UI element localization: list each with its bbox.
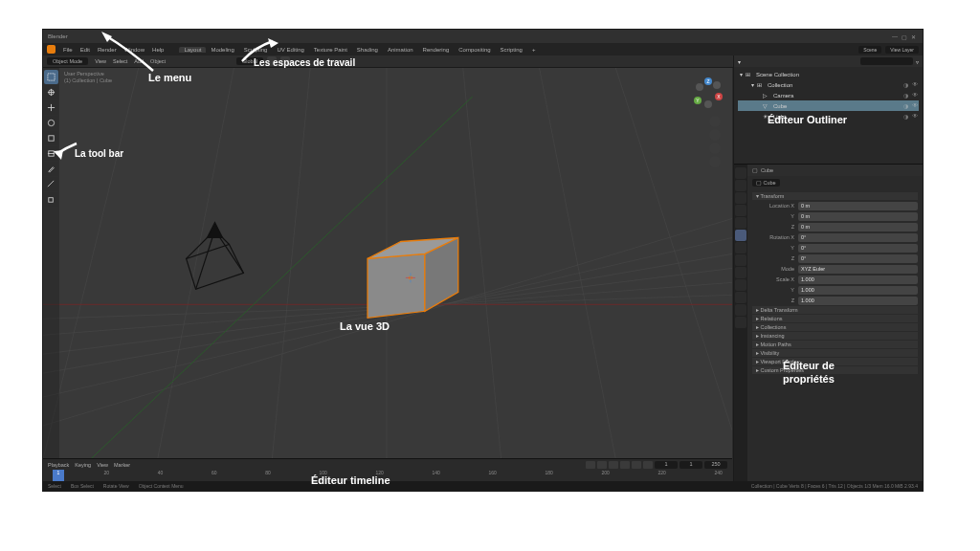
minimize-button[interactable]: — — [892, 33, 899, 40]
render-tab-icon[interactable] — [735, 167, 746, 179]
annotate-tool[interactable] — [44, 162, 58, 176]
timeline-keying-menu[interactable]: Keying — [75, 462, 91, 468]
svg-point-31 — [48, 120, 54, 125]
tab-animation[interactable]: Animation — [383, 47, 418, 53]
outliner-search-input[interactable] — [860, 57, 913, 65]
tab-add[interactable]: + — [527, 47, 541, 53]
scale-tool[interactable] — [44, 131, 58, 145]
data-tab-icon[interactable] — [735, 292, 746, 303]
select-tool[interactable] — [44, 70, 58, 84]
outliner-filter-icon[interactable]: ▿ — [916, 58, 919, 65]
timeline-view-menu[interactable]: View — [97, 462, 108, 468]
view-menu[interactable]: View — [95, 58, 106, 64]
location-y-field[interactable]: 0 m — [798, 212, 918, 221]
tab-shading[interactable]: Shading — [352, 47, 383, 53]
material-tab-icon[interactable] — [735, 304, 746, 316]
play-reverse-icon[interactable] — [609, 461, 618, 469]
timeline-playback-menu[interactable]: Playback — [48, 462, 69, 468]
tab-rendering[interactable]: Rendering — [418, 47, 455, 53]
add-menu[interactable]: Add — [134, 58, 144, 64]
panel-relations[interactable]: ▸ Relations — [752, 315, 918, 322]
snap-icon[interactable] — [267, 56, 277, 66]
menu-render[interactable]: Render — [98, 47, 117, 53]
rotation-mode-field[interactable]: XYZ Euler — [798, 265, 918, 274]
cursor-tool[interactable] — [44, 85, 58, 99]
rotation-y-field[interactable]: 0° — [798, 244, 918, 253]
select-menu[interactable]: Select — [113, 58, 127, 64]
scale-z-field[interactable]: 1.000 — [798, 297, 918, 305]
menu-file[interactable]: File — [63, 47, 73, 53]
menu-edit[interactable]: Edit — [80, 47, 90, 53]
particles-tab-icon[interactable] — [735, 254, 746, 266]
measure-tool[interactable] — [44, 177, 58, 191]
viewlayer-selector[interactable]: View Layer — [885, 46, 919, 54]
tree-cube[interactable]: ▽ Cube ◑👁 — [738, 100, 919, 111]
move-tool[interactable] — [44, 100, 58, 115]
location-z-field[interactable]: 0 m — [798, 223, 918, 231]
panel-collections[interactable]: ▸ Collections — [752, 323, 918, 331]
outliner-mode-icon[interactable]: ▾ — [738, 58, 741, 65]
play-icon[interactable] — [620, 461, 630, 469]
mode-selector[interactable]: Object Mode — [47, 57, 88, 65]
orientation-selector[interactable]: Global — [236, 57, 263, 65]
perspective-toggle-icon[interactable] — [709, 156, 721, 167]
menu-help[interactable]: Help — [152, 47, 164, 53]
close-button[interactable]: ✕ — [911, 33, 918, 40]
navigation-gizmo[interactable]: X Y Z — [690, 76, 724, 110]
tree-collection[interactable]: ▾⊞ Collection ◑👁 — [738, 79, 919, 90]
rotation-z-field[interactable]: 0° — [798, 254, 918, 263]
props-breadcrumb[interactable]: ▢ Cube — [752, 179, 780, 187]
panel-visibility[interactable]: ▸ Visibility — [752, 349, 918, 357]
texture-tab-icon[interactable] — [735, 317, 746, 328]
zoom-icon[interactable] — [709, 116, 721, 127]
tab-texture[interactable]: Texture Paint — [309, 47, 352, 53]
end-frame-field[interactable]: 250 — [704, 461, 727, 469]
next-keyframe-icon[interactable] — [632, 461, 641, 469]
tab-sculpting[interactable]: Sculpting — [239, 47, 273, 53]
current-frame-field[interactable]: 1 — [655, 461, 678, 469]
jump-start-icon[interactable] — [586, 461, 595, 469]
prev-keyframe-icon[interactable] — [597, 461, 607, 469]
world-tab-icon[interactable] — [735, 217, 746, 229]
output-tab-icon[interactable] — [735, 180, 746, 191]
timeline-marker-menu[interactable]: Marker — [114, 462, 130, 468]
tab-scripting[interactable]: Scripting — [496, 47, 527, 53]
proportional-icon[interactable] — [280, 56, 290, 66]
scale-x-field[interactable]: 1.000 — [798, 276, 918, 284]
rotate-tool[interactable] — [44, 116, 58, 130]
transform-panel-header[interactable]: ▾ Transform — [752, 192, 918, 200]
panel-delta[interactable]: ▸ Delta Transform — [752, 306, 918, 314]
jump-end-icon[interactable] — [643, 461, 653, 469]
scene-tab-icon[interactable] — [735, 205, 746, 216]
panel-custom[interactable]: ▸ Custom Properties — [752, 366, 918, 374]
panel-instancing[interactable]: ▸ Instancing — [752, 332, 918, 340]
object-tab-icon[interactable] — [735, 230, 746, 241]
start-frame-field[interactable]: 1 — [679, 461, 702, 469]
scale-y-field[interactable]: 1.000 — [798, 286, 918, 295]
modifiers-tab-icon[interactable] — [735, 242, 746, 253]
tree-light[interactable]: ☀ Light ◑👁 — [738, 111, 919, 121]
viewport-3d[interactable]: User Perspective (1) Collection | Cube X… — [43, 68, 732, 458]
tab-layout[interactable]: Layout — [179, 47, 206, 53]
panel-motion[interactable]: ▸ Motion Paths — [752, 341, 918, 348]
tree-camera[interactable]: ▷ Camera ◑👁 — [738, 90, 919, 100]
tab-modeling[interactable]: Modeling — [206, 47, 238, 53]
camera-view-icon[interactable] — [709, 143, 721, 154]
nav-buttons — [709, 116, 721, 167]
tab-uv[interactable]: UV Editing — [272, 47, 308, 53]
viewlayer-tab-icon[interactable] — [735, 192, 746, 204]
object-menu[interactable]: Object — [150, 58, 166, 64]
maximize-button[interactable]: ▢ — [902, 33, 908, 40]
physics-tab-icon[interactable] — [735, 267, 746, 278]
constraints-tab-icon[interactable] — [735, 279, 746, 291]
pan-icon[interactable] — [709, 129, 721, 141]
tab-compositing[interactable]: Compositing — [454, 47, 495, 53]
panel-viewport[interactable]: ▸ Viewport Display — [752, 358, 918, 365]
scene-selector[interactable]: Scene — [858, 46, 881, 54]
menu-window[interactable]: Window — [124, 47, 145, 53]
rotation-x-field[interactable]: 0° — [798, 233, 918, 242]
add-cube-tool[interactable] — [44, 192, 58, 207]
tree-scene-collection[interactable]: ▾⊞ Scene Collection — [738, 69, 919, 79]
transform-tool[interactable] — [44, 146, 58, 161]
location-x-field[interactable]: 0 m — [798, 202, 918, 210]
